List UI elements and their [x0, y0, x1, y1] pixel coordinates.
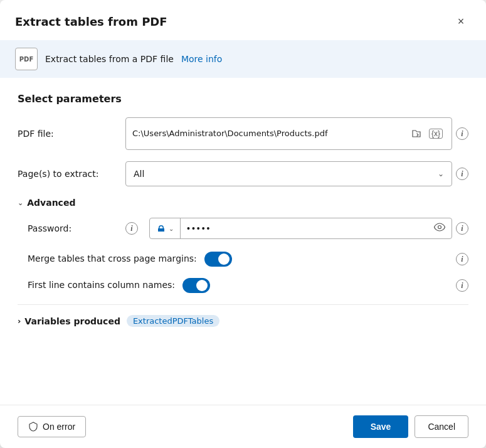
advanced-toggle[interactable]: ⌄ Advanced [18, 198, 468, 208]
pages-label: Page(s) to extract: [18, 169, 118, 179]
variables-badge: ExtractedPDFTables [127, 315, 219, 327]
footer-right: Save Cancel [353, 415, 468, 438]
variables-chevron: › [18, 316, 21, 326]
pages-control: All ⌄ i [125, 161, 468, 186]
pdf-file-input-box[interactable]: C:\Users\Administrator\Documents\Product… [125, 117, 452, 150]
dialog: Extract tables from PDF × PDF Extract ta… [0, 0, 486, 448]
variables-toggle[interactable]: › Variables produced [18, 316, 120, 326]
dialog-body: Select parameters PDF file: C:\Users\Adm… [0, 78, 486, 400]
variable-button[interactable]: {x} [426, 127, 445, 140]
close-button[interactable]: × [451, 11, 471, 31]
pages-extract-row: Page(s) to extract: All ⌄ i [18, 161, 468, 186]
merge-tables-toggle[interactable] [204, 252, 232, 267]
password-visibility-toggle[interactable] [428, 219, 452, 238]
info-banner: PDF Extract tables from a PDF file More … [0, 40, 486, 78]
more-info-link[interactable]: More info [181, 54, 222, 64]
pdf-icon: PDF [15, 48, 38, 70]
password-info-icon[interactable]: i [125, 222, 138, 235]
password-right-info-icon[interactable]: i [456, 222, 468, 235]
advanced-label: Advanced [27, 198, 75, 208]
password-input-wrap: ⌄ [149, 218, 452, 239]
pages-select-value: All [134, 169, 144, 179]
on-error-shield-icon [28, 422, 38, 432]
dialog-title: Extract tables from PDF [15, 15, 167, 28]
save-button[interactable]: Save [353, 415, 409, 438]
dialog-footer: On error Save Cancel [0, 405, 486, 448]
advanced-section: ⌄ Advanced Password: i ⌄ [18, 198, 468, 293]
password-label: Password: [28, 223, 118, 233]
first-line-control [182, 278, 448, 293]
pdf-file-path: C:\Users\Administrator\Documents\Product… [132, 128, 327, 139]
password-dropdown-chevron: ⌄ [169, 225, 174, 232]
on-error-label: On error [43, 422, 75, 432]
password-type-button[interactable]: ⌄ [150, 218, 181, 238]
first-line-row: First line contains column names: i [28, 278, 468, 293]
advanced-content: Password: i ⌄ [18, 218, 468, 293]
pdf-file-label: PDF file: [18, 129, 118, 139]
variables-label: Variables produced [24, 316, 120, 326]
banner-text: Extract tables from a PDF file [45, 54, 174, 64]
cancel-button[interactable]: Cancel [415, 415, 468, 438]
pages-select[interactable]: All ⌄ [125, 161, 452, 186]
dialog-header: Extract tables from PDF × [0, 0, 486, 40]
pages-info-icon[interactable]: i [456, 168, 468, 180]
merge-tables-control [204, 252, 448, 267]
file-input-icons: {x} [409, 127, 445, 140]
advanced-chevron: ⌄ [18, 199, 23, 207]
svg-point-0 [438, 226, 441, 229]
file-browse-button[interactable] [409, 127, 424, 140]
pdf-file-row: PDF file: C:\Users\Administrator\Documen… [18, 117, 468, 150]
password-control: ⌄ i [149, 218, 468, 239]
merge-tables-row: Merge tables that cross page margins: i [28, 252, 468, 267]
pdf-file-info-icon[interactable]: i [456, 127, 468, 140]
section-title: Select parameters [18, 93, 468, 105]
password-row: Password: i ⌄ [28, 218, 468, 239]
first-line-label: First line contains column names: [28, 279, 175, 292]
password-input[interactable] [181, 218, 428, 238]
first-line-toggle[interactable] [182, 278, 210, 293]
variables-section: › Variables produced ExtractedPDFTables [18, 304, 468, 332]
pdf-file-control: C:\Users\Administrator\Documents\Product… [125, 117, 468, 150]
on-error-button[interactable]: On error [18, 416, 86, 437]
pages-select-chevron: ⌄ [438, 169, 444, 178]
first-line-info-icon[interactable]: i [456, 279, 468, 292]
merge-tables-info-icon[interactable]: i [456, 253, 468, 265]
merge-tables-label: Merge tables that cross page margins: [28, 253, 197, 265]
